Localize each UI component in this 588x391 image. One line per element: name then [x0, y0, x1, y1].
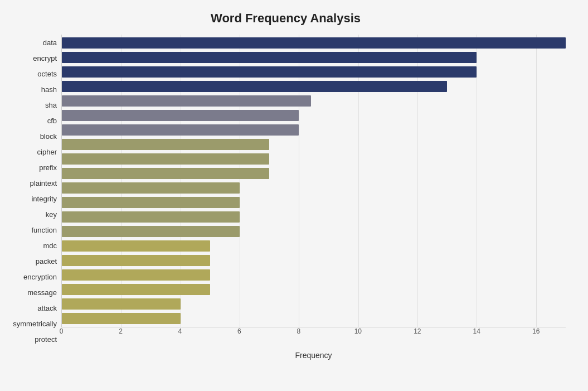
y-label: prefix [39, 160, 57, 175]
x-tick-label: 4 [178, 327, 182, 335]
bar-row [62, 311, 566, 326]
x-tick-label: 16 [532, 327, 540, 335]
y-label: mdc [43, 239, 57, 253]
y-label: encrypt [33, 51, 57, 65]
bar [62, 153, 269, 165]
bar [62, 211, 240, 223]
x-ticks-row: 0246810121416 [61, 327, 566, 339]
y-axis: dataencryptoctetshashshacfbblockcipherpr… [6, 35, 61, 347]
bar [62, 95, 311, 107]
y-label: attack [37, 301, 57, 316]
bar-row [62, 152, 566, 166]
bar [62, 240, 210, 252]
y-label: key [46, 207, 57, 222]
y-label: symmetrically [13, 317, 57, 331]
bar [62, 197, 240, 208]
y-label: packet [36, 254, 57, 269]
bar [62, 139, 269, 150]
bar-row [62, 297, 566, 311]
y-label: block [40, 129, 57, 143]
x-tick-label: 2 [119, 327, 123, 335]
bar-row [62, 94, 566, 108]
bar-row [62, 108, 566, 123]
bar-row [62, 79, 566, 94]
bar-row [62, 166, 566, 181]
x-tick-label: 10 [354, 327, 362, 335]
chart-container: Word Frequency Analysis dataencryptoctet… [0, 0, 588, 391]
x-tick-label: 6 [237, 327, 241, 335]
bar-row [62, 195, 566, 210]
y-label: encryption [23, 270, 57, 284]
x-tick-label: 14 [473, 327, 480, 335]
bar-row [62, 181, 566, 195]
y-label: cfb [47, 113, 57, 128]
bar [62, 66, 477, 78]
bar [62, 298, 181, 310]
x-tick-label: 0 [60, 327, 64, 335]
bar [62, 284, 210, 295]
bar-row [62, 210, 566, 224]
y-label: integrity [31, 191, 57, 206]
bars-wrapper [62, 35, 566, 327]
bar [62, 52, 477, 63]
x-tick-label: 8 [297, 327, 301, 335]
chart-title: Word Frequency Analysis [6, 11, 566, 26]
bar-row [62, 268, 566, 282]
bar-row [62, 239, 566, 253]
y-label: data [43, 35, 57, 50]
y-label: hash [41, 82, 57, 96]
x-axis-label: Frequency [61, 351, 566, 360]
x-tick-label: 12 [414, 327, 421, 335]
chart-area: dataencryptoctetshashshacfbblockcipherpr… [6, 35, 566, 347]
bar [62, 226, 240, 237]
plot-area [61, 35, 566, 327]
bar [62, 81, 447, 92]
y-label: sha [45, 98, 57, 112]
bar-row [62, 137, 566, 152]
bar [62, 124, 299, 136]
bar-row [62, 282, 566, 297]
bar-row [62, 50, 566, 65]
bar-row [62, 123, 566, 137]
bar [62, 168, 269, 179]
bar [62, 313, 181, 324]
y-label: octets [37, 66, 57, 81]
y-label: function [31, 223, 57, 238]
bar [62, 255, 210, 266]
bar-row [62, 65, 566, 79]
bar [62, 37, 566, 49]
x-axis-container: 0246810121416 Frequency [61, 327, 566, 350]
y-label: protect [35, 332, 57, 347]
bar [62, 182, 240, 194]
bar [62, 110, 299, 121]
y-label: message [27, 286, 57, 300]
bar [62, 269, 210, 281]
y-label: plaintext [30, 176, 57, 190]
bar-row [62, 253, 566, 268]
y-label: cipher [37, 144, 57, 159]
bar-row [62, 224, 566, 239]
bar-row [62, 36, 566, 50]
